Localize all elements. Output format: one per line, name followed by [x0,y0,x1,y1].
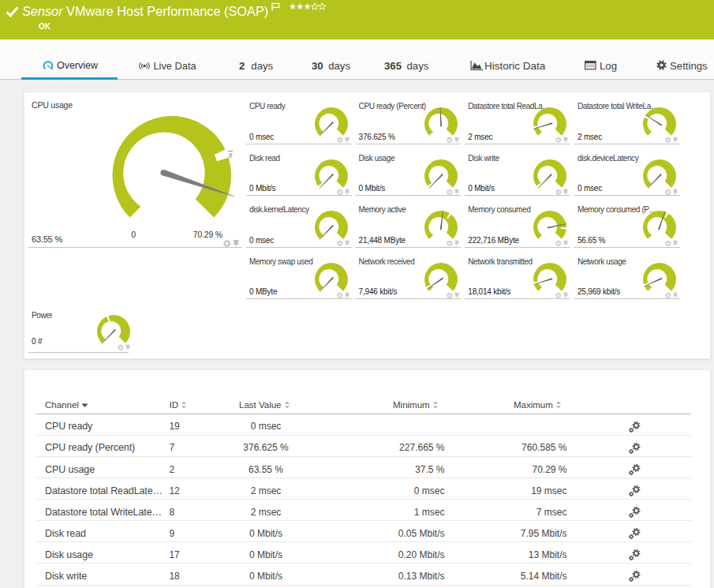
svg-text:x: x [228,151,234,159]
